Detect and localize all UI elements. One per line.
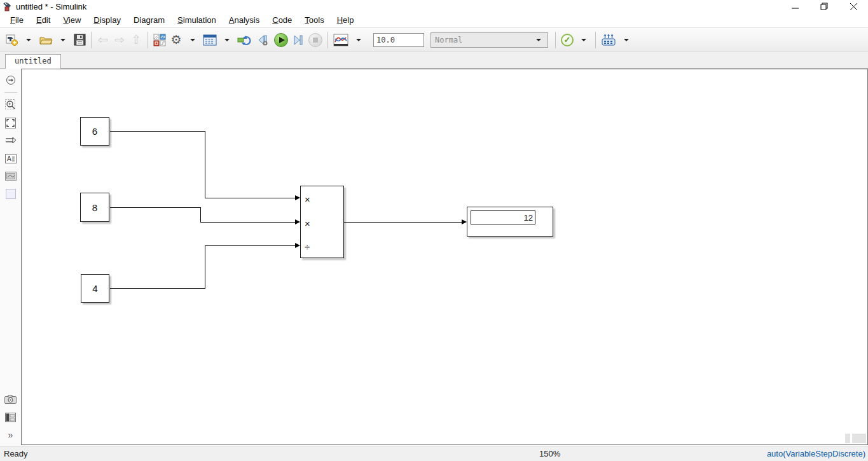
wire-6-seg1[interactable] [110, 131, 205, 132]
tab-bar: untitled [0, 52, 868, 69]
settings-button[interactable]: ⚙ [168, 31, 184, 49]
model-config-dropdown[interactable] [219, 31, 235, 49]
menu-display[interactable]: Display [87, 13, 127, 27]
wire-8-arrowhead-icon [295, 219, 300, 224]
save-icon [74, 34, 86, 46]
wire-6-seg2[interactable] [205, 131, 205, 198]
wire-4-seg2[interactable] [205, 245, 205, 289]
zoom-tool-button[interactable] [3, 97, 18, 113]
wire-4-seg1[interactable] [110, 288, 205, 289]
tab-untitled[interactable]: untitled [5, 54, 61, 69]
menu-analysis[interactable]: Analysis [223, 13, 266, 27]
show-more-button[interactable]: » [3, 427, 18, 443]
up-to-parent-button[interactable]: ⇧ [128, 31, 144, 49]
menu-diagram[interactable]: Diagram [127, 13, 171, 27]
sim-data-inspector-button[interactable] [331, 31, 350, 49]
area-box-icon [6, 189, 16, 199]
display-block[interactable]: 12 [467, 207, 553, 237]
minimize-icon [792, 3, 799, 10]
dropdown-arrow-icon [536, 39, 541, 41]
step-back-button[interactable] [254, 31, 272, 49]
zoom-in-icon [5, 99, 17, 111]
wire-output-seg1[interactable] [344, 222, 462, 223]
library-browser-button[interactable] [151, 31, 168, 49]
model-advisor-button[interactable]: ✓ [559, 31, 575, 49]
wire-6-seg3[interactable] [205, 198, 295, 198]
close-button[interactable] [839, 0, 868, 13]
save-button[interactable] [71, 31, 88, 49]
wire-8-seg3[interactable] [200, 222, 295, 223]
new-model-dropdown[interactable] [20, 31, 37, 49]
constant-block-8[interactable]: 8 [80, 193, 109, 222]
up-icon: ⇧ [131, 34, 141, 46]
window-title: untitled * - Simulink [16, 2, 86, 11]
model-advisor-dropdown[interactable] [575, 31, 592, 49]
menu-code[interactable]: Code [266, 13, 298, 27]
menu-file[interactable]: File [4, 13, 30, 27]
build-dropdown[interactable] [618, 31, 635, 49]
constant-value: 6 [92, 126, 97, 137]
run-button[interactable] [272, 31, 290, 49]
screenshot-button[interactable] [3, 392, 18, 407]
annotation-button[interactable]: A [3, 151, 18, 166]
step-back-icon [256, 34, 270, 46]
image-annotation-button[interactable] [3, 169, 18, 184]
close-icon [850, 3, 857, 10]
area-box-button[interactable] [3, 186, 18, 202]
model-browser-icon [5, 413, 16, 422]
open-dropdown[interactable] [55, 31, 71, 49]
simulation-mode-select[interactable]: Normal [431, 32, 548, 48]
double-chevron-icon: » [8, 430, 13, 440]
update-diagram-icon [237, 34, 252, 46]
hide-explorer-button[interactable] [3, 72, 18, 88]
dropdown-arrow-icon [60, 39, 65, 41]
update-diagram-button[interactable] [235, 31, 254, 49]
sim-data-inspector-dropdown[interactable] [350, 31, 367, 49]
wire-8-seg1[interactable] [110, 207, 201, 208]
stop-button[interactable] [307, 31, 324, 49]
scope-waves-icon [333, 34, 348, 46]
scrollbar-grip[interactable] [843, 434, 866, 443]
constant-block-4[interactable]: 4 [81, 274, 109, 303]
fit-to-view-button[interactable] [3, 115, 18, 130]
back-button[interactable]: ⇦ [95, 31, 111, 49]
menu-edit[interactable]: Edit [30, 13, 57, 27]
diagram-canvas[interactable]: 6 8 4 × × ÷ 12 [21, 69, 868, 445]
toolbar: ⇦ ⇨ ⇧ ⚙ [0, 29, 868, 52]
step-forward-button[interactable] [290, 31, 307, 49]
minimize-button[interactable] [780, 0, 809, 13]
divide-port3-symbol: ÷ [305, 241, 315, 252]
dropdown-arrow-icon [224, 39, 230, 41]
menu-view[interactable]: View [57, 13, 87, 27]
restore-button[interactable] [809, 0, 839, 13]
wire-8-seg2[interactable] [200, 207, 201, 223]
status-text: Ready [4, 449, 28, 458]
menu-tools[interactable]: Tools [298, 13, 330, 27]
open-button[interactable] [37, 31, 55, 49]
menu-help[interactable]: Help [331, 13, 361, 27]
signal-routing-button[interactable] [3, 133, 18, 148]
zoom-level: 150% [539, 449, 560, 458]
main-area: A [0, 69, 868, 445]
simulation-stop-time-input[interactable] [373, 33, 424, 47]
dropdown-arrow-icon [624, 39, 629, 41]
settings-dropdown[interactable] [184, 31, 201, 49]
gear-icon: ⚙ [170, 34, 181, 46]
divide-block[interactable]: × × ÷ [300, 186, 344, 258]
simulink-app-icon [3, 2, 13, 11]
build-button[interactable] [599, 31, 618, 49]
forward-button[interactable]: ⇨ [111, 31, 128, 49]
solver-link[interactable]: auto(VariableStepDiscrete) [767, 449, 865, 458]
toolbar-separator [595, 32, 596, 48]
toolbar-separator [327, 32, 328, 48]
model-config-button[interactable] [201, 31, 219, 49]
wire-4-seg3[interactable] [205, 245, 295, 246]
step-forward-icon [292, 34, 305, 46]
constant-block-6[interactable]: 6 [80, 117, 109, 146]
menu-simulation[interactable]: Simulation [171, 13, 223, 27]
model-browser-button[interactable] [3, 409, 18, 425]
dropdown-arrow-icon [26, 39, 31, 41]
back-icon: ⇦ [98, 34, 108, 46]
new-model-button[interactable] [4, 31, 20, 49]
wire-output-arrowhead-icon [462, 219, 467, 224]
